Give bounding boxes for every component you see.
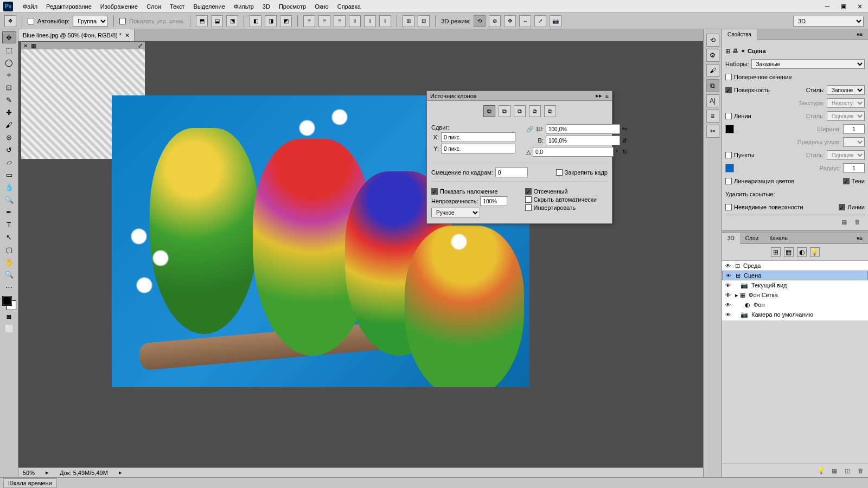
visibility-icon[interactable]: 👁 <box>725 273 732 279</box>
panel-menu-icon[interactable]: ▾≡ <box>851 29 868 40</box>
lines2-checkbox[interactable]: ✓ <box>839 204 845 210</box>
visibility-icon[interactable]: 👁 <box>724 292 732 298</box>
navigator-expand-icon[interactable]: ⤢ <box>138 42 143 49</box>
flip-v-icon[interactable]: ⇵ <box>622 137 627 144</box>
doc-info-arrow-icon[interactable]: ▸ <box>119 469 122 476</box>
autoselect-type-select[interactable]: Группа <box>73 16 108 27</box>
quickmask-icon[interactable]: ◙ <box>2 310 16 322</box>
marquee-tool[interactable]: ⬚ <box>2 44 16 56</box>
zoom-level[interactable]: 50% <box>23 470 35 476</box>
reset-icon[interactable]: ↻ <box>622 149 627 156</box>
render-3d-icon[interactable]: ▦ <box>830 466 839 475</box>
points-checkbox[interactable] <box>725 152 732 158</box>
point-color-swatch[interactable] <box>725 164 734 172</box>
clone-source-1-icon[interactable]: ⧉ <box>483 105 495 117</box>
dist-vcenter-icon[interactable]: ≡ <box>318 15 330 27</box>
presets-select[interactable]: Заказные <box>751 59 865 69</box>
invis-surf-checkbox[interactable] <box>725 204 732 210</box>
visibility-icon[interactable]: 👁 <box>724 263 732 269</box>
overlay-mode-select[interactable]: Ручное <box>431 208 480 217</box>
menu-edit[interactable]: Редактирование <box>42 3 96 10</box>
cross-section-checkbox[interactable] <box>725 74 732 80</box>
menu-file[interactable]: Файл <box>18 3 42 10</box>
clone-source-3-icon[interactable]: ⧉ <box>514 105 526 117</box>
menu-3d[interactable]: 3D <box>258 3 275 10</box>
dist-bottom-icon[interactable]: ≡ <box>334 15 346 27</box>
grid-toggle-icon[interactable]: ▦ <box>31 42 36 49</box>
auto-align-icon[interactable]: ⊞ <box>403 15 414 27</box>
heal-tool[interactable]: ✚ <box>2 106 16 118</box>
screenmode-icon[interactable]: ⬜ <box>2 323 16 335</box>
3d-items-list[interactable]: 👁⊡Среда 👁⊞Сцена 👁📷Текущий вид 👁▸ ▦Фон Се… <box>722 261 868 320</box>
clipped-checkbox[interactable]: ✓ <box>525 188 532 195</box>
document-tab[interactable]: Blue lines.jpg @ 50% (Фон, RGB/8) * ✕ <box>18 29 135 41</box>
char-panel-icon[interactable]: ⚙ <box>706 49 719 62</box>
angle-input[interactable] <box>533 147 614 157</box>
clone-panel-icon[interactable]: ⧉ <box>706 79 719 92</box>
scale-h-input[interactable] <box>546 136 620 145</box>
panel-menu-icon-2[interactable]: ▾≡ <box>851 233 868 244</box>
align-vcenter-icon[interactable]: ⬓ <box>211 15 223 27</box>
collapse-panel-icon[interactable]: ▸▸ <box>596 92 602 99</box>
align-top-icon[interactable]: ⬒ <box>196 15 208 27</box>
visibility-icon[interactable]: 👁 <box>724 312 732 318</box>
menu-window[interactable]: Окно <box>310 3 333 10</box>
filter-material-icon[interactable]: ◐ <box>797 247 807 257</box>
auto-blend-icon[interactable]: ⊟ <box>418 15 430 27</box>
lasso-tool[interactable]: ◯ <box>2 56 16 68</box>
filter-mesh-icon[interactable]: ▦ <box>784 247 794 257</box>
scale-w-input[interactable] <box>546 124 620 134</box>
visibility-icon[interactable]: 👁 <box>724 302 732 308</box>
blur-tool[interactable]: 💧 <box>2 181 16 193</box>
dist-right-icon[interactable]: ⦀ <box>379 15 391 27</box>
move-tool-icon[interactable]: ✥ <box>4 15 16 27</box>
close-icon[interactable]: ✕ <box>854 1 866 11</box>
3d-orbit-icon[interactable]: ⟲ <box>474 15 486 27</box>
dodge-tool[interactable]: 🔍 <box>2 194 16 206</box>
surface-style-select[interactable]: Заполнен… <box>827 85 865 95</box>
history-panel-icon[interactable]: ⟲ <box>706 34 719 47</box>
paragraph-panel-icon[interactable]: ≡ <box>706 110 719 123</box>
new-item-icon[interactable]: ◫ <box>843 466 852 475</box>
hand-tool[interactable]: ✋ <box>2 256 16 268</box>
brush-tool[interactable]: 🖌 <box>2 119 16 131</box>
line-color-swatch[interactable] <box>725 125 734 133</box>
lock-frame-checkbox[interactable] <box>556 169 563 176</box>
pen-tool[interactable]: ✒ <box>2 206 16 218</box>
menu-image[interactable]: Изображение <box>96 3 142 10</box>
filter-light-icon[interactable]: 💡 <box>810 247 820 257</box>
dist-left-icon[interactable]: ⦀ <box>349 15 361 27</box>
opacity-input[interactable] <box>480 196 507 206</box>
link-wh-icon[interactable]: 🔗 <box>526 126 534 133</box>
flip-h-icon[interactable]: ⇋ <box>622 126 627 133</box>
panel-options-icon[interactable]: ≡ <box>605 93 609 99</box>
linearize-checkbox[interactable] <box>725 178 732 184</box>
menu-view[interactable]: Просмотр <box>275 3 310 10</box>
align-left-icon[interactable]: ◧ <box>250 15 261 27</box>
color-swatch[interactable] <box>3 297 16 310</box>
tab-channels[interactable]: Каналы <box>764 233 794 244</box>
close-tab-icon[interactable]: ✕ <box>125 32 130 39</box>
3d-pan-icon[interactable]: ✥ <box>504 15 516 27</box>
delete-3d-icon[interactable]: 🗑 <box>856 466 865 475</box>
more-tools-icon[interactable]: ⋯ <box>2 281 16 293</box>
radius-input[interactable] <box>843 163 865 173</box>
clone-source-5-icon[interactable]: ⧉ <box>544 105 556 117</box>
new-light-icon[interactable]: 💡 <box>817 466 826 475</box>
invert-checkbox[interactable] <box>525 204 532 211</box>
render-icon[interactable]: ▦ <box>840 217 848 226</box>
show-overlay-checkbox[interactable]: ✓ <box>431 188 438 195</box>
stamp-tool[interactable]: ⊛ <box>2 131 16 143</box>
align-hcenter-icon[interactable]: ◨ <box>265 15 277 27</box>
clone-source-4-icon[interactable]: ⧉ <box>529 105 541 117</box>
zoom-tool[interactable]: 🔍 <box>2 268 16 280</box>
expand-zoom-icon[interactable]: ▸ <box>46 469 49 476</box>
history-brush-tool[interactable]: ↺ <box>2 144 16 156</box>
crop-tool[interactable]: ⊡ <box>2 81 16 93</box>
dist-top-icon[interactable]: ≡ <box>303 15 315 27</box>
clone-source-panel[interactable]: Источник клонов ▸▸ ≡ ⧉ ⧉ ⧉ ⧉ ⧉ Сдвиг: X:… <box>426 91 612 224</box>
eraser-tool[interactable]: ▱ <box>2 156 16 168</box>
foreground-color[interactable] <box>3 297 11 305</box>
offset-y-input[interactable] <box>441 144 515 153</box>
clone-source-2-icon[interactable]: ⧉ <box>499 105 510 117</box>
